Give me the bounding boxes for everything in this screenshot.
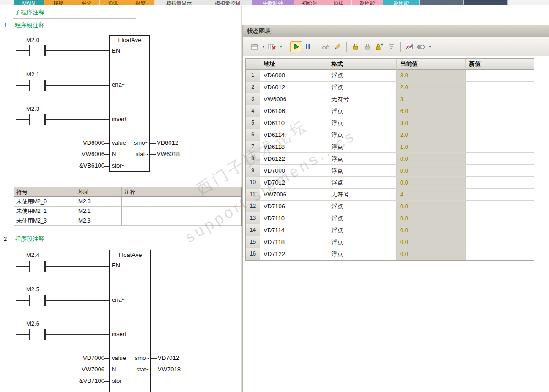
row-number[interactable]: 8 — [246, 153, 260, 165]
row-number[interactable]: 11 — [246, 189, 260, 201]
format-cell[interactable]: 浮点 — [328, 177, 397, 189]
current-value-cell[interactable]: 6.0 — [397, 105, 466, 117]
top-tab[interactable]: 初始化 — [294, 0, 325, 5]
row-number[interactable]: 14 — [246, 224, 260, 236]
network-comment[interactable]: 程序段注释 — [15, 235, 44, 243]
top-tab[interactable]: 模拟量控制 — [203, 0, 252, 5]
format-cell[interactable]: 浮点 — [328, 117, 397, 129]
new-value-cell[interactable] — [466, 201, 534, 212]
operand-label[interactable]: VD7000 — [63, 354, 104, 361]
top-tab[interactable]: MAIN — [14, 0, 44, 5]
no-contact-icon[interactable] — [29, 329, 30, 340]
format-cell[interactable]: 无符号 — [328, 93, 397, 105]
current-value-cell[interactable]: 0.0 — [397, 248, 466, 260]
current-value-cell[interactable]: 2.0 — [397, 82, 466, 93]
format-cell[interactable]: 浮点 — [328, 236, 397, 248]
start-monitor-button[interactable] — [290, 41, 302, 52]
row-number[interactable]: 13 — [246, 212, 260, 224]
address-cell[interactable]: VD6122 — [260, 153, 328, 165]
format-cell[interactable]: 浮点 — [328, 165, 397, 177]
top-tab[interactable]: 联锁 — [44, 0, 73, 5]
format-cell[interactable]: 浮点 — [328, 248, 397, 260]
top-tab[interactable]: 平分 — [73, 0, 100, 5]
current-value-cell[interactable]: 0.0 — [397, 165, 466, 177]
no-contact-icon[interactable] — [29, 114, 30, 125]
current-value-cell[interactable]: 0.0 — [397, 212, 466, 224]
address-cell[interactable]: VD7114 — [260, 224, 328, 236]
operand-label[interactable]: VW6018 — [157, 151, 180, 158]
row-number[interactable]: 7 — [246, 141, 260, 153]
force-all-button[interactable] — [373, 41, 385, 52]
new-value-cell[interactable] — [466, 212, 534, 224]
row-number[interactable]: 2 — [246, 82, 260, 93]
row-number[interactable]: 4 — [246, 105, 260, 117]
current-value-cell[interactable]: 0.0 — [397, 236, 466, 248]
operand-label[interactable]: VD6000 — [63, 139, 104, 146]
address-cell[interactable]: VD6106 — [260, 105, 328, 117]
row-number[interactable]: 15 — [246, 236, 260, 248]
contact-operand[interactable]: M2.5 — [26, 286, 39, 293]
panel-title-bar[interactable]: 状态图表 — [243, 25, 549, 37]
unforce-button[interactable] — [362, 41, 373, 52]
network-comment[interactable]: 程序段注释 — [15, 22, 44, 30]
new-value-cell[interactable] — [466, 117, 534, 129]
delete-table-button[interactable] — [266, 41, 278, 52]
format-cell[interactable]: 无符号 — [328, 189, 397, 201]
operand-label[interactable]: VW6006 — [63, 151, 104, 158]
current-value-cell[interactable]: 3.0 — [397, 117, 466, 129]
delete-table-dropdown[interactable]: ▼ — [278, 41, 284, 52]
contact-operand[interactable]: M2.3 — [26, 105, 39, 112]
address-cell[interactable]: VD7118 — [260, 236, 328, 248]
address-cell[interactable]: VW7006 — [260, 189, 328, 201]
format-cell[interactable]: 浮点 — [328, 212, 397, 224]
new-value-cell[interactable] — [466, 70, 534, 82]
row-number[interactable]: 6 — [246, 129, 260, 141]
format-cell[interactable]: 浮点 — [328, 129, 397, 141]
address-cell[interactable]: VW6006 — [260, 93, 328, 105]
new-value-cell[interactable] — [466, 224, 534, 236]
format-cell[interactable]: 浮点 — [328, 224, 397, 236]
new-value-cell[interactable] — [466, 153, 534, 165]
address-cell[interactable]: VD7012 — [260, 177, 328, 189]
top-tab[interactable]: 报警 — [126, 0, 155, 5]
format-cell[interactable]: 浮点 — [328, 201, 397, 212]
display-toggle-button[interactable] — [415, 41, 427, 52]
new-value-cell[interactable] — [466, 105, 534, 117]
new-value-cell[interactable] — [466, 82, 534, 93]
address-cell[interactable]: VD6012 — [260, 82, 328, 93]
top-tab[interactable] — [464, 0, 508, 5]
current-value-cell[interactable]: 2.0 — [397, 129, 466, 141]
current-value-cell[interactable]: 0.0 — [397, 153, 466, 165]
new-value-cell[interactable] — [466, 236, 534, 248]
operand-label[interactable]: VD6012 — [157, 139, 178, 146]
top-tab[interactable]: 模拟量显示 — [155, 0, 203, 5]
read-force-button[interactable] — [385, 41, 397, 52]
no-contact-icon[interactable] — [29, 295, 30, 306]
new-value-cell[interactable] — [466, 129, 534, 141]
row-number[interactable]: 3 — [246, 93, 260, 105]
format-cell[interactable]: 浮点 — [328, 153, 397, 165]
top-tab[interactable]: 改性能 — [383, 0, 420, 5]
no-contact-icon[interactable] — [29, 80, 30, 91]
top-tab[interactable] — [420, 0, 464, 5]
current-value-cell[interactable]: 0.0 — [397, 177, 466, 189]
subroutine-comment[interactable]: 子程序注释 — [15, 8, 44, 16]
read-all-button[interactable] — [320, 41, 332, 52]
address-cell[interactable]: VD7122 — [260, 248, 328, 260]
operand-label[interactable]: VD7012 — [158, 354, 179, 361]
top-tab[interactable]: 中断时钟 — [252, 0, 294, 5]
row-number[interactable]: 5 — [246, 117, 260, 129]
contact-operand[interactable]: M2.1 — [26, 71, 39, 78]
current-value-cell[interactable]: 3 — [397, 93, 466, 105]
new-value-cell[interactable] — [466, 177, 534, 189]
top-tab[interactable]: 改性能 — [352, 0, 383, 5]
current-value-cell[interactable]: 4 — [397, 189, 466, 201]
row-number[interactable]: 12 — [246, 201, 260, 212]
new-value-cell[interactable] — [466, 189, 534, 201]
trend-view-button[interactable] — [403, 41, 415, 52]
write-all-button[interactable] — [332, 41, 344, 52]
row-number[interactable]: 9 — [246, 165, 260, 177]
current-value-cell[interactable]: 0.0 — [397, 224, 466, 236]
new-value-cell[interactable] — [466, 141, 534, 153]
current-value-cell[interactable]: 0.0 — [397, 201, 466, 212]
